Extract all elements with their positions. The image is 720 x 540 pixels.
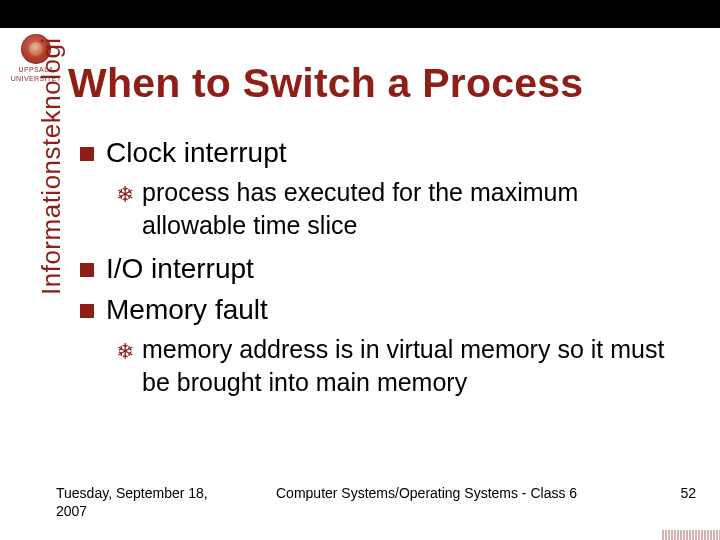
bullet-text: I/O interrupt	[106, 251, 254, 286]
footer-course: Computer Systems/Operating Systems - Cla…	[236, 485, 656, 501]
footer-date: Tuesday, September 18, 2007	[56, 485, 236, 520]
sub-bullet-time-slice: ❄ process has executed for the maximum a…	[116, 176, 680, 241]
sub-bullet-virtual-memory: ❄ memory address is in virtual memory so…	[116, 333, 680, 398]
corner-accent-icon	[662, 530, 720, 540]
bullet-text: Clock interrupt	[106, 135, 287, 170]
square-bullet-icon	[80, 263, 94, 277]
slide-title: When to Switch a Process	[68, 60, 583, 107]
top-black-band	[0, 0, 720, 28]
square-bullet-icon	[80, 304, 94, 318]
slide-content: Clock interrupt ❄ process has executed f…	[80, 135, 680, 408]
sub-bullet-text: memory address is in virtual memory so i…	[142, 333, 680, 398]
square-bullet-icon	[80, 147, 94, 161]
footer-page-number: 52	[656, 485, 696, 501]
sidebar-label: Informationsteknologi	[36, 37, 67, 295]
bullet-clock-interrupt: Clock interrupt	[80, 135, 680, 170]
snowflake-bullet-icon: ❄	[116, 338, 134, 367]
bullet-memory-fault: Memory fault	[80, 292, 680, 327]
bullet-text: Memory fault	[106, 292, 268, 327]
snowflake-bullet-icon: ❄	[116, 181, 134, 210]
slide-footer: Tuesday, September 18, 2007 Computer Sys…	[56, 485, 696, 520]
sub-bullet-text: process has executed for the maximum all…	[142, 176, 680, 241]
bullet-io-interrupt: I/O interrupt	[80, 251, 680, 286]
